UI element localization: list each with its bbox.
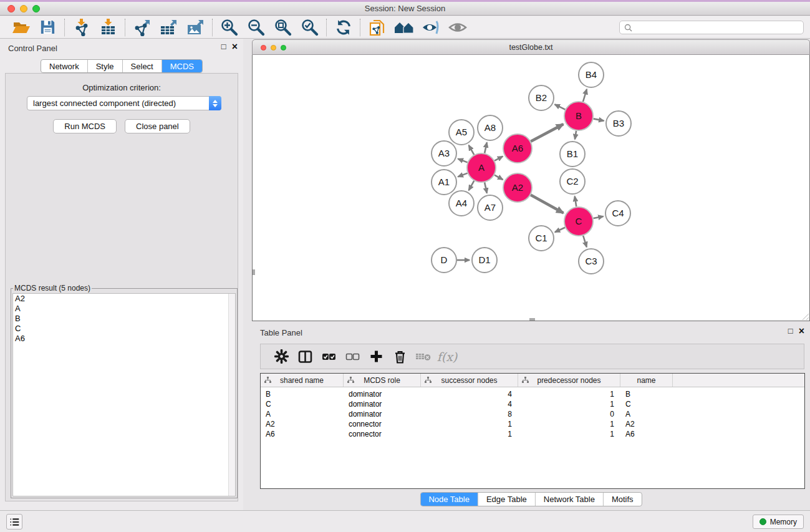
edge-C-C4[interactable]	[594, 216, 604, 218]
zoom-fit-icon[interactable]	[269, 18, 296, 36]
edge-A-A2[interactable]	[494, 175, 503, 180]
close-panel-icon[interactable]: ×	[232, 42, 238, 51]
network-graph[interactable]: B4B2BB3A8A5A6A3B1AA1C2A2A4A7C4CC1DC3D1	[253, 55, 809, 320]
table-row[interactable]: Bdominator41B	[261, 389, 804, 399]
close-table-panel-icon[interactable]: ×	[799, 327, 804, 336]
tab-mcds[interactable]: MCDS	[162, 60, 202, 72]
table-cell[interactable]: 1	[421, 420, 518, 428]
criterion-select[interactable]: largest connected component (directed)	[27, 96, 221, 110]
node-C3[interactable]: C3	[579, 249, 604, 274]
run-mcds-button[interactable]: Run MCDS	[53, 119, 117, 133]
node-A1[interactable]: A1	[432, 170, 456, 195]
edge-B-B2[interactable]	[555, 104, 566, 109]
export-network-icon[interactable]	[128, 18, 155, 36]
float-table-panel-icon[interactable]: □	[788, 327, 793, 336]
float-panel-icon[interactable]: □	[221, 42, 226, 51]
edge-A-A4[interactable]	[469, 181, 475, 190]
result-item[interactable]: A6	[13, 334, 235, 344]
node-A[interactable]: A	[467, 153, 496, 182]
table-cell[interactable]: connector	[344, 420, 421, 428]
result-scrollbar[interactable]	[228, 294, 235, 496]
node-A8[interactable]: A8	[478, 115, 503, 140]
canvas-bottom-handle[interactable]	[529, 318, 535, 321]
node-C[interactable]: C	[564, 207, 593, 236]
table-cell[interactable]: A6	[620, 430, 673, 438]
tab-node-table[interactable]: Node Table	[420, 493, 478, 506]
open-file-icon[interactable]	[7, 19, 34, 36]
export-image-icon[interactable]	[182, 18, 209, 36]
export-table-icon[interactable]	[155, 18, 182, 36]
table-cell[interactable]: C	[261, 400, 344, 409]
tab-network-table[interactable]: Network Table	[535, 493, 603, 506]
node-A2[interactable]: A2	[503, 173, 532, 202]
edge-A6-B[interactable]	[531, 124, 563, 142]
column-header-successor-nodes[interactable]: successor nodes	[421, 374, 518, 387]
home-view-icon[interactable]	[390, 19, 417, 36]
node-B[interactable]: B	[564, 102, 593, 130]
edge-A-A5[interactable]	[469, 145, 475, 155]
memory-button[interactable]: Memory	[753, 515, 804, 529]
mcds-result-list[interactable]: A2ABCA6	[12, 293, 236, 496]
search-field[interactable]	[619, 21, 804, 34]
table-row[interactable]: A2connector11A2	[261, 419, 804, 429]
node-table[interactable]: shared nameMCDS rolesuccessor nodesprede…	[260, 373, 805, 489]
save-session-icon[interactable]	[34, 19, 61, 36]
result-item[interactable]: A2	[13, 294, 235, 304]
columns-icon[interactable]	[293, 350, 317, 364]
table-cell[interactable]: 1	[518, 420, 620, 428]
table-row[interactable]: Adominator80A	[261, 409, 804, 419]
network-window-titlebar[interactable]: testGlobe.txt	[252, 39, 810, 55]
tab-style[interactable]: Style	[87, 60, 122, 72]
node-B4[interactable]: B4	[579, 62, 604, 87]
show-panels-button[interactable]	[6, 514, 22, 530]
edge-B-B4[interactable]	[583, 89, 587, 102]
tab-edge-table[interactable]: Edge Table	[478, 493, 535, 506]
edge-A-A3[interactable]	[458, 159, 467, 163]
node-B1[interactable]: B1	[560, 142, 585, 167]
node-C1[interactable]: C1	[529, 226, 554, 251]
add-row-icon[interactable]	[364, 350, 388, 363]
node-A5[interactable]: A5	[449, 120, 474, 145]
column-header-predecessor-nodes[interactable]: predecessor nodes	[518, 374, 620, 387]
table-cell[interactable]: dominator	[344, 390, 421, 399]
column-header-shared-name[interactable]: shared name	[261, 374, 344, 387]
table-cell[interactable]: 4	[421, 400, 518, 409]
search-input[interactable]	[635, 23, 803, 32]
tab-motifs[interactable]: Motifs	[603, 493, 642, 506]
edge-A2-C[interactable]	[531, 195, 564, 213]
table-cell[interactable]: A	[261, 410, 344, 418]
result-item[interactable]: A	[13, 304, 235, 314]
table-cell[interactable]: C	[620, 400, 673, 409]
node-A4[interactable]: A4	[449, 191, 474, 216]
refresh-icon[interactable]	[330, 19, 357, 36]
canvas-left-handle[interactable]	[253, 269, 255, 275]
node-D1[interactable]: D1	[472, 248, 497, 273]
table-cell[interactable]: A	[620, 410, 673, 418]
table-cell[interactable]: A2	[261, 420, 344, 428]
node-C4[interactable]: C4	[605, 201, 630, 226]
node-B2[interactable]: B2	[529, 85, 554, 110]
column-header-name[interactable]: name	[620, 374, 673, 387]
close-panel-button[interactable]: Close panel	[125, 119, 190, 133]
table-cell[interactable]: 1	[518, 430, 620, 438]
table-cell[interactable]: 8	[421, 410, 518, 418]
table-cell[interactable]: connector	[344, 430, 421, 438]
node-B3[interactable]: B3	[606, 111, 631, 136]
result-item[interactable]: C	[13, 324, 235, 334]
table-cell[interactable]: dominator	[344, 400, 421, 409]
table-cell[interactable]: B	[261, 390, 344, 399]
new-session-from-network-icon[interactable]	[364, 18, 390, 37]
node-A6[interactable]: A6	[503, 134, 532, 163]
table-row[interactable]: Cdominator41C	[261, 399, 804, 409]
table-cell[interactable]: B	[620, 390, 673, 399]
zoom-selected-icon[interactable]	[296, 18, 323, 36]
edge-A-A6[interactable]	[494, 157, 503, 161]
edge-C-C1[interactable]	[555, 228, 565, 232]
import-network-icon[interactable]	[68, 18, 95, 36]
select-all-checkbox-icon[interactable]	[317, 350, 340, 364]
table-cell[interactable]: A6	[261, 430, 344, 438]
settings-gear-icon[interactable]	[269, 349, 293, 364]
edge-B-B1[interactable]	[575, 131, 576, 140]
edge-A-A1[interactable]	[458, 173, 467, 177]
table-cell[interactable]: 1	[518, 390, 620, 399]
